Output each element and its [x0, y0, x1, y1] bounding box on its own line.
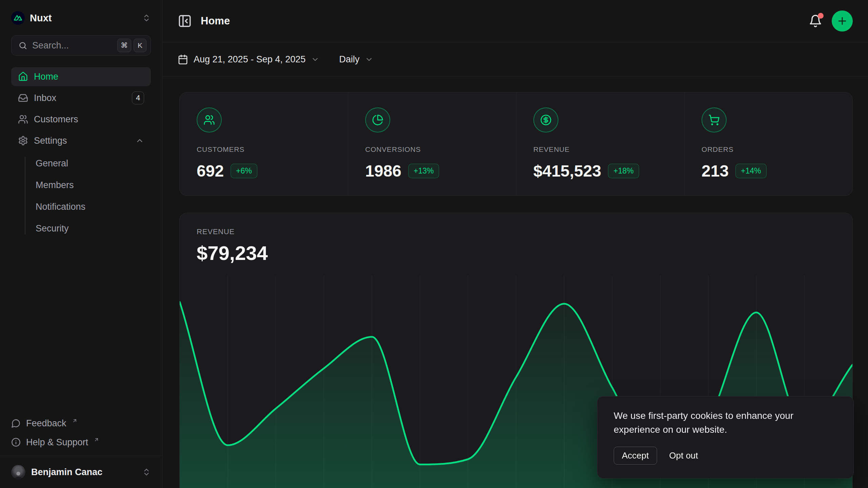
revenue-chart-value: $79,234: [197, 242, 835, 264]
date-range-value: Aug 21, 2025 - Sep 4, 2025: [194, 54, 305, 65]
sidebar-item-general[interactable]: General: [11, 154, 151, 173]
sidebar-item-members[interactable]: Members: [11, 176, 151, 195]
stat-card-revenue[interactable]: REVENUE $415,523 +18%: [516, 93, 684, 196]
external-link-icon: [72, 418, 78, 424]
workspace-name: Nuxt: [30, 13, 52, 24]
help-support-link[interactable]: Help & Support: [11, 433, 151, 452]
stat-label: ORDERS: [702, 145, 842, 154]
sidebar-item-label: Home: [34, 72, 58, 82]
external-link-icon: [94, 437, 99, 443]
users-icon: [18, 114, 28, 124]
sidebar-item-notifications[interactable]: Notifications: [11, 198, 151, 216]
home-icon: [18, 72, 28, 82]
stat-delta-badge: +13%: [408, 164, 439, 178]
stat-card-orders[interactable]: ORDERS 213 +14%: [684, 93, 852, 196]
users-icon: [197, 107, 222, 133]
chevron-up-icon: [135, 136, 144, 145]
sidebar-item-security[interactable]: Security: [11, 219, 151, 238]
chevron-down-icon: [365, 55, 373, 64]
granularity-value: Daily: [339, 54, 359, 65]
stat-card-customers[interactable]: CUSTOMERS 692 +6%: [180, 93, 348, 196]
cookie-message: We use first-party cookies to enhance yo…: [614, 409, 824, 436]
sidebar-item-customers[interactable]: Customers: [11, 110, 151, 129]
stat-delta-badge: +18%: [608, 164, 639, 178]
calendar-icon: [178, 54, 188, 65]
inbox-icon: [18, 93, 28, 103]
stat-card-conversions[interactable]: CONVERSIONS 1986 +13%: [348, 93, 516, 196]
cookie-banner: We use first-party cookies to enhance yo…: [597, 396, 854, 479]
chevrons-up-down-icon: [142, 468, 151, 476]
notifications-button[interactable]: [809, 14, 822, 28]
notification-dot: [818, 13, 824, 19]
chevrons-up-down-icon: [142, 14, 151, 22]
sidebar-item-label: Settings: [34, 136, 67, 146]
dollar-circle-icon: [533, 107, 558, 133]
settings-submenu: General Members Notifications Security: [11, 154, 151, 238]
stat-delta-badge: +6%: [231, 164, 257, 178]
sidebar-item-home[interactable]: Home: [11, 67, 151, 86]
search-placeholder: Search...: [32, 40, 113, 51]
kbd-meta: ⌘: [117, 39, 131, 52]
opt-out-button[interactable]: Opt out: [669, 450, 698, 461]
stat-value: 692: [197, 162, 224, 180]
gear-icon: [18, 136, 28, 146]
sidebar-item-settings[interactable]: Settings: [11, 131, 151, 150]
stat-label: CUSTOMERS: [197, 145, 338, 154]
user-name: Benjamin Canac: [31, 467, 102, 477]
nuxt-logo-icon: [11, 11, 25, 25]
collapse-sidebar-icon[interactable]: [178, 14, 192, 28]
user-menu[interactable]: Benjamin Canac: [0, 456, 162, 488]
cart-icon: [702, 107, 727, 133]
stat-value: 1986: [365, 162, 401, 180]
stat-value: 213: [702, 162, 729, 180]
sidebar: Nuxt Search... ⌘ K Home: [0, 0, 162, 488]
accept-button[interactable]: Accept: [614, 447, 657, 465]
stat-value: $415,523: [533, 162, 601, 180]
search-icon: [18, 41, 27, 50]
sidebar-item-inbox[interactable]: Inbox 4: [11, 88, 151, 107]
filters-toolbar: Aug 21, 2025 - Sep 4, 2025 Daily: [162, 42, 868, 77]
revenue-chart-label: REVENUE: [197, 227, 835, 236]
info-circle-icon: [11, 438, 21, 447]
chevron-down-icon: [311, 55, 319, 64]
stat-delta-badge: +14%: [735, 164, 766, 178]
sidebar-nav: Home Inbox 4 Customers Settings: [11, 67, 151, 238]
search-shortcut: ⌘ K: [117, 39, 146, 52]
sidebar-spacer: [0, 238, 162, 414]
help-support-label: Help & Support: [26, 437, 88, 448]
page-header: Home: [162, 0, 868, 42]
granularity-select[interactable]: Daily: [339, 54, 373, 65]
stats-row: CUSTOMERS 692 +6% CONVERSIONS 1986 +13%: [179, 92, 853, 196]
sidebar-item-label: Inbox: [34, 93, 56, 103]
page-title: Home: [201, 15, 230, 27]
workspace-switcher[interactable]: Nuxt: [11, 9, 151, 27]
feedback-label: Feedback: [26, 418, 66, 429]
pie-chart-icon: [365, 107, 390, 133]
inbox-count-badge: 4: [132, 92, 144, 104]
date-range-picker[interactable]: Aug 21, 2025 - Sep 4, 2025: [178, 54, 319, 65]
user-avatar: [11, 465, 25, 479]
add-button[interactable]: [832, 11, 853, 32]
feedback-link[interactable]: Feedback: [11, 414, 151, 433]
message-bubble-icon: [11, 419, 21, 428]
stat-label: REVENUE: [533, 145, 674, 154]
kbd-k: K: [134, 39, 146, 52]
search-input[interactable]: Search... ⌘ K: [11, 35, 151, 56]
stat-label: CONVERSIONS: [365, 145, 506, 154]
sidebar-item-label: Customers: [34, 114, 78, 125]
